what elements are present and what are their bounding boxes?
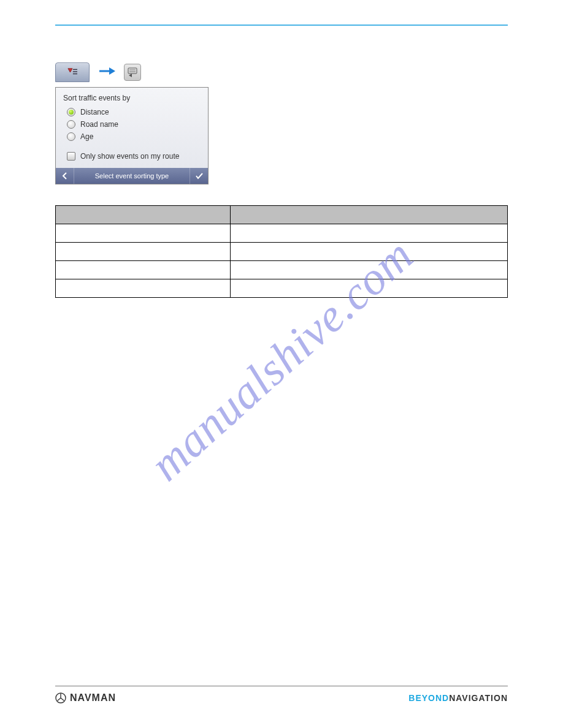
page-footer: NAVMAN BEYONDNAVIGATION — [55, 686, 508, 703]
svg-rect-1 — [73, 69, 77, 70]
svg-rect-3 — [73, 74, 77, 74]
option-label: Road name — [80, 120, 118, 129]
radio-icon — [67, 108, 75, 116]
info-table — [55, 205, 508, 298]
only-my-route-checkbox[interactable]: Only show events on my route — [63, 146, 201, 163]
breadcrumb-icons — [55, 63, 508, 82]
svg-rect-2 — [73, 71, 77, 72]
radio-icon — [67, 132, 75, 141]
traffic-list-icon — [66, 67, 79, 77]
header-rule — [55, 25, 508, 26]
logo-text: NAVMAN — [70, 692, 116, 703]
table-row — [56, 279, 508, 298]
checkbox-icon — [67, 152, 75, 161]
check-icon — [195, 172, 204, 180]
back-button[interactable] — [56, 168, 74, 184]
svg-marker-5 — [109, 67, 115, 75]
navman-logo-icon — [55, 692, 66, 703]
option-age[interactable]: Age — [63, 131, 201, 143]
option-distance[interactable]: Distance — [63, 106, 201, 118]
brand-tagline: BEYONDNAVIGATION — [408, 693, 508, 703]
svg-rect-6 — [128, 68, 137, 74]
navman-logo: NAVMAN — [55, 692, 116, 703]
table-header-row — [56, 206, 508, 224]
svg-marker-0 — [68, 69, 72, 72]
table-header — [56, 206, 231, 224]
confirm-button[interactable] — [190, 168, 208, 184]
arrow-right-icon — [98, 66, 115, 79]
sort-events-panel: Sort traffic events by Distance Road nam… — [55, 87, 209, 184]
keyboard-settings-icon — [127, 67, 138, 78]
table-row — [56, 243, 508, 261]
option-road-name[interactable]: Road name — [63, 118, 201, 131]
chevron-left-icon — [62, 172, 68, 180]
table-row — [56, 224, 508, 243]
traffic-list-tab[interactable] — [55, 63, 90, 82]
checkbox-label: Only show events on my route — [80, 152, 179, 161]
option-label: Distance — [80, 108, 109, 116]
settings-tool-button[interactable] — [124, 64, 141, 81]
radio-icon — [67, 120, 75, 129]
option-label: Age — [80, 132, 93, 141]
panel-footer: Select event sorting type — [56, 168, 208, 184]
table-header — [231, 206, 508, 224]
panel-title: Sort traffic events by — [63, 94, 201, 102]
table-row — [56, 261, 508, 279]
footer-label: Select event sorting type — [74, 172, 190, 180]
